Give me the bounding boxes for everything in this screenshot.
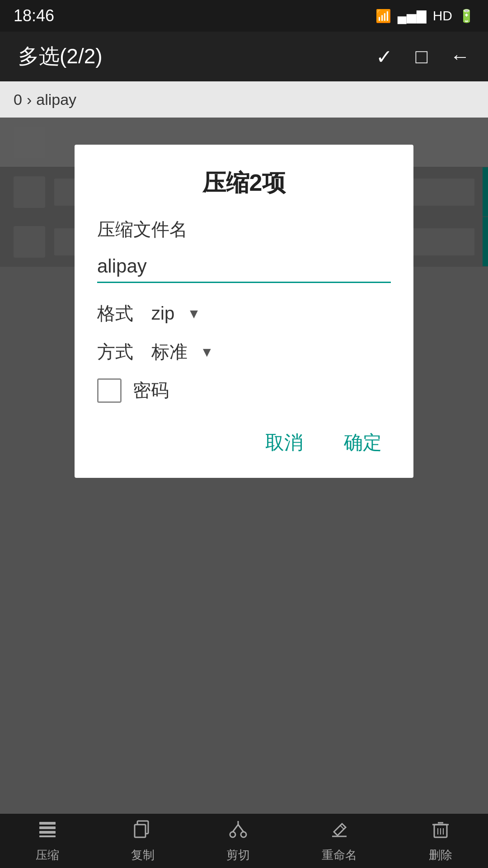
password-row: 密码 xyxy=(97,378,391,403)
wifi-icon: 📶 xyxy=(375,9,391,24)
filename-input[interactable] xyxy=(97,251,391,283)
cancel-button[interactable]: 取消 xyxy=(256,425,312,460)
signal-icon: ▄▅▇ xyxy=(398,9,427,24)
format-label: 格式 xyxy=(97,301,142,326)
password-checkbox[interactable] xyxy=(97,378,122,403)
svg-rect-2 xyxy=(39,831,56,834)
delete-label: 删除 xyxy=(429,847,452,863)
battery-icon: 🔋 xyxy=(459,9,474,24)
dialog-buttons: 取消 确定 xyxy=(97,425,391,460)
svg-line-9 xyxy=(238,825,244,832)
format-dropdown-icon[interactable]: ▼ xyxy=(187,306,201,321)
status-bar: 18:46 📶 ▄▅▇ HD 🔋 xyxy=(0,0,488,32)
scissors-icon xyxy=(228,819,248,844)
filename-label: 压缩文件名 xyxy=(97,217,391,242)
dialog-overlay: 压缩2项 压缩文件名 格式 zip ▼ 方式 标准 ▼ 密码 取消 确定 xyxy=(0,118,488,814)
breadcrumb-folder[interactable]: alipay xyxy=(36,91,76,108)
breadcrumb-root[interactable]: 0 xyxy=(14,91,22,108)
toolbar-rename[interactable]: 重命名 xyxy=(322,819,357,863)
toolbar-copy[interactable]: 复制 xyxy=(131,819,155,863)
compress-icon xyxy=(38,819,57,844)
rename-label: 重命名 xyxy=(322,847,357,863)
svg-rect-1 xyxy=(39,826,56,829)
action-bar: 多选(2/2) ✓ □ ← xyxy=(0,32,488,81)
method-dropdown-icon[interactable]: ▼ xyxy=(200,344,214,360)
breadcrumb-separator: › xyxy=(27,91,32,108)
svg-rect-5 xyxy=(135,825,145,837)
password-label: 密码 xyxy=(133,378,169,403)
svg-rect-3 xyxy=(39,835,56,837)
breadcrumb: 0 › alipay xyxy=(0,81,488,118)
compress-dialog: 压缩2项 压缩文件名 格式 zip ▼ 方式 标准 ▼ 密码 取消 确定 xyxy=(75,145,413,478)
format-row: 格式 zip ▼ xyxy=(97,301,391,326)
toolbar-delete[interactable]: 删除 xyxy=(429,819,452,863)
copy-icon xyxy=(133,819,153,844)
method-row: 方式 标准 ▼ xyxy=(97,340,391,364)
toolbar-compress[interactable]: 压缩 xyxy=(36,819,59,863)
format-value: zip xyxy=(151,303,174,324)
status-time: 18:46 xyxy=(14,6,54,25)
delete-icon xyxy=(431,819,450,844)
copy-label: 复制 xyxy=(131,847,155,863)
status-icons: 📶 ▄▅▇ HD 🔋 xyxy=(375,8,474,24)
svg-point-6 xyxy=(230,832,235,837)
dialog-title: 压缩2项 xyxy=(97,167,391,199)
check-icon[interactable]: ✓ xyxy=(376,45,393,68)
action-title: 多选(2/2) xyxy=(18,42,103,71)
method-label: 方式 xyxy=(97,340,142,364)
bottom-toolbar: 压缩 复制 剪切 xyxy=(0,814,488,868)
square-icon[interactable]: □ xyxy=(415,45,427,68)
confirm-button[interactable]: 确定 xyxy=(335,425,391,460)
hd-label: HD xyxy=(433,8,452,24)
svg-line-8 xyxy=(233,825,238,832)
action-icons: ✓ □ ← xyxy=(376,45,470,68)
main-content: 压缩2项 压缩文件名 格式 zip ▼ 方式 标准 ▼ 密码 取消 确定 xyxy=(0,118,488,814)
toolbar-cut[interactable]: 剪切 xyxy=(226,819,250,863)
svg-line-12 xyxy=(340,826,344,829)
compress-label: 压缩 xyxy=(36,847,59,863)
svg-rect-0 xyxy=(39,822,56,825)
back-icon[interactable]: ← xyxy=(450,45,470,68)
cut-label: 剪切 xyxy=(226,847,250,863)
method-value: 标准 xyxy=(151,340,188,364)
rename-icon xyxy=(329,819,349,844)
svg-point-7 xyxy=(241,832,246,837)
